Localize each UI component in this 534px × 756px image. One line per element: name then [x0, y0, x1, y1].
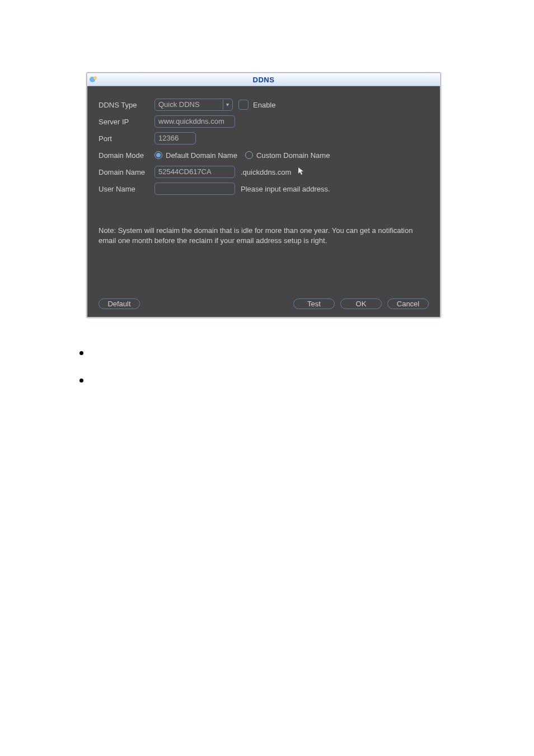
radio-default-domain[interactable]: [154, 151, 162, 159]
cancel-button[interactable]: Cancel: [387, 298, 429, 309]
enable-label: Enable: [253, 101, 275, 109]
default-button[interactable]: Default: [99, 298, 140, 309]
bullet-icon: [79, 351, 83, 355]
radio-custom-domain[interactable]: [245, 151, 253, 159]
label-port: Port: [99, 134, 154, 143]
bullet-list: [79, 351, 478, 382]
chevron-down-icon: ▾: [223, 100, 231, 110]
domain-name-input[interactable]: 52544CD617CA: [154, 166, 235, 178]
ok-button[interactable]: OK: [340, 298, 382, 309]
user-name-input[interactable]: [154, 183, 235, 195]
test-button[interactable]: Test: [293, 298, 335, 309]
label-server-ip: Server IP: [99, 118, 154, 126]
enable-checkbox[interactable]: [238, 100, 249, 110]
port-input[interactable]: 12366: [154, 132, 196, 144]
dialog-body: DDNS Type Quick DDNS ▾ Enable Server IP …: [87, 86, 440, 317]
note-text: Note: System will reclaim the domain tha…: [99, 226, 429, 245]
server-ip-input[interactable]: www.quickddns.com: [154, 115, 235, 128]
domain-suffix: .quickddns.com: [241, 168, 291, 176]
ddns-type-select[interactable]: Quick DDNS ▾: [154, 99, 233, 111]
label-ddns-type: DDNS Type: [99, 101, 154, 109]
titlebar: DDNS: [87, 73, 440, 86]
radio-custom-label: Custom Domain Name: [256, 151, 330, 160]
dialog-title: DDNS: [87, 76, 440, 84]
bullet-icon: [79, 379, 83, 382]
user-name-hint: Please input email address.: [241, 185, 330, 193]
label-user-name: User Name: [99, 185, 154, 193]
label-domain-name: Domain Name: [99, 168, 154, 176]
radio-default-label: Default Domain Name: [166, 151, 237, 160]
ddns-dialog: DDNS DDNS Type Quick DDNS ▾ Enable Serve…: [87, 73, 441, 318]
ddns-type-value: Quick DDNS: [158, 100, 223, 110]
label-domain-mode: Domain Mode: [99, 151, 154, 160]
cursor-icon: [298, 167, 306, 178]
dialog-footer: Default Test OK Cancel: [99, 298, 429, 309]
